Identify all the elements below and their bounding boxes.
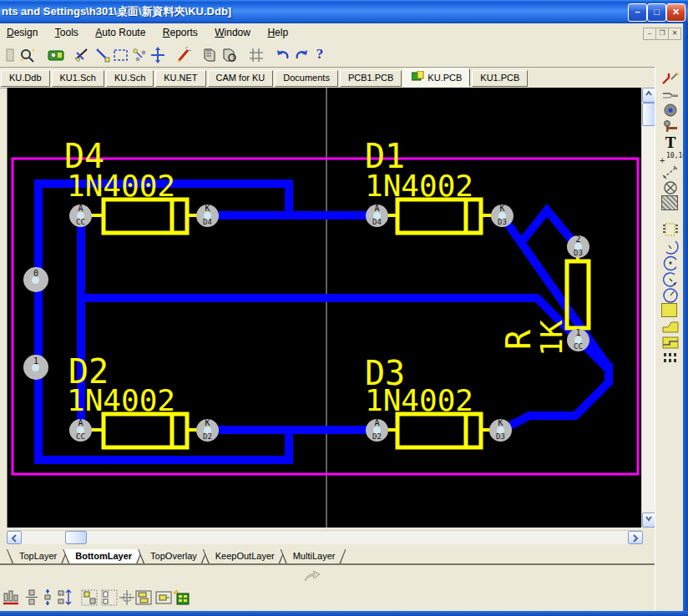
pad-d4-anode[interactable]: ACC: [69, 204, 92, 227]
diode-d4-body[interactable]: [80, 199, 207, 233]
align-bottom-icon[interactable]: [2, 588, 20, 607]
layer-tab-bottomlayer[interactable]: BottomLayerBottomLayer: [63, 549, 143, 564]
via-icon[interactable]: [661, 103, 680, 118]
menu-help[interactable]: Help: [261, 23, 295, 41]
pad-d3-anode[interactable]: AD2: [366, 419, 388, 442]
doc-tab-ku-pcb[interactable]: KU.PCB: [403, 68, 470, 87]
doc-tab-ku1-pcb[interactable]: KU1.PCB: [472, 70, 528, 87]
select-inside-icon[interactable]: [112, 46, 130, 64]
scroll-right-button[interactable]: [628, 531, 643, 544]
comment-d4[interactable]: 1N4002: [67, 171, 175, 201]
browse-board-icon[interactable]: [47, 46, 65, 64]
move-icon[interactable]: [149, 46, 167, 64]
knife-icon[interactable]: [73, 46, 92, 64]
keepout-arc-icon[interactable]: [661, 180, 680, 195]
pad-icon[interactable]: [661, 119, 680, 134]
split-plane-icon[interactable]: [661, 335, 680, 350]
menu-auto-route[interactable]: Auto Route: [89, 23, 152, 41]
pad-d2-anode[interactable]: ACC: [69, 419, 92, 442]
polygon-plane-icon[interactable]: [661, 319, 680, 334]
dimension-icon[interactable]: [661, 165, 680, 180]
menu-window[interactable]: Window: [208, 23, 257, 41]
close-button[interactable]: ✕: [666, 3, 685, 22]
highlight-pen-icon[interactable]: [174, 46, 192, 64]
doc-tab-documents[interactable]: Documents: [275, 70, 338, 87]
pad-d1-anode[interactable]: AD4: [366, 204, 388, 227]
comment-d3[interactable]: 1N4002: [365, 386, 473, 416]
designator-r[interactable]: R: [502, 330, 535, 350]
align-components-right-icon[interactable]: [100, 588, 119, 607]
doc-tab-ku1-sch[interactable]: KU1.Sch: [52, 70, 104, 87]
new-array-icon[interactable]: [172, 588, 190, 607]
scroll-up-button[interactable]: [642, 88, 655, 103]
menu-reports[interactable]: Reports: [156, 23, 205, 41]
trace-group[interactable]: [38, 184, 609, 460]
fill-rect-icon[interactable]: [661, 303, 680, 318]
arc-center-icon[interactable]: [661, 255, 680, 270]
pad-connector-1[interactable]: 1: [23, 355, 48, 380]
pad-r-1[interactable]: 1CC: [567, 329, 589, 351]
place-component-icon[interactable]: [661, 222, 680, 237]
vertical-scroll-thumb[interactable]: [642, 103, 655, 126]
doc-tab-ku-ddb[interactable]: KU.Ddb: [1, 70, 50, 87]
diode-d1-body[interactable]: [377, 199, 502, 233]
comment-d2[interactable]: 1N4002: [67, 386, 175, 416]
doc-tab-pcb1[interactable]: PCB1.PCB: [340, 70, 402, 87]
designator-d1[interactable]: D1: [365, 139, 405, 173]
mdi-minimize-button[interactable]: –: [643, 28, 656, 40]
full-circle-icon[interactable]: [661, 287, 680, 302]
designator-d4[interactable]: D4: [64, 139, 104, 173]
library-icon[interactable]: [200, 46, 219, 64]
comment-r[interactable]: 1K: [537, 320, 567, 356]
scroll-left-button[interactable]: [7, 531, 22, 544]
undo-icon[interactable]: [274, 46, 292, 64]
vertical-scrollbar[interactable]: [641, 88, 655, 528]
menu-tools[interactable]: Tools: [48, 23, 85, 41]
browse-library-icon[interactable]: [220, 46, 239, 64]
layer-tab-multilayer[interactable]: MultiLayerMultiLayer: [281, 549, 347, 564]
arrange-components-icon[interactable]: [134, 588, 153, 607]
doc-tab-ku-net[interactable]: KU.NET: [155, 70, 205, 87]
pad-r-2[interactable]: 2D3: [567, 235, 589, 258]
zoom-board-icon[interactable]: [18, 46, 37, 64]
diode-d2-body[interactable]: [80, 414, 207, 447]
mdi-restore-button[interactable]: ❐: [655, 28, 669, 40]
layer-tab-toplayer[interactable]: TopLayerTopLayer: [7, 549, 68, 564]
trace[interactable]: [502, 363, 609, 430]
doc-tab-cam[interactable]: CAM for KU: [208, 70, 274, 87]
pad-d2-cathode[interactable]: KD2: [196, 419, 219, 442]
space-vertical-icon[interactable]: [55, 588, 73, 607]
pad-connector-0[interactable]: 0: [23, 267, 48, 292]
horizontal-scrollbar[interactable]: [7, 530, 641, 544]
align-components-left-icon[interactable]: [80, 588, 99, 607]
pad-array-icon[interactable]: [661, 351, 680, 366]
horizontal-scroll-thumb[interactable]: [65, 531, 87, 544]
comment-d1[interactable]: 1N4002: [365, 171, 473, 201]
maximize-button[interactable]: □: [647, 3, 666, 22]
snap-grid-icon[interactable]: [118, 588, 136, 607]
pcb-canvas[interactable]: ACC KD4 AD4 KD3 ACC KD2 AD2 KD3 2D3 1CC …: [7, 88, 642, 528]
toggle-grid-icon[interactable]: [247, 46, 266, 64]
help-icon[interactable]: ?: [311, 46, 329, 64]
menu-design[interactable]: Design: [0, 23, 44, 41]
clear-selection-icon[interactable]: [130, 46, 149, 64]
polygon-slice-icon[interactable]: [94, 46, 112, 64]
interactive-routing-icon[interactable]: [661, 71, 680, 86]
layer-tab-topoverlay[interactable]: TopOverlayTopOverlay: [138, 549, 208, 564]
diode-d3-body[interactable]: [377, 414, 502, 447]
doc-tab-ku-sch[interactable]: KU.Sch: [106, 70, 154, 87]
text-tool-icon[interactable]: T: [661, 134, 680, 149]
center-vertical-icon[interactable]: [23, 588, 41, 607]
arc-edge-icon[interactable]: [661, 238, 680, 253]
arrange-room-icon[interactable]: [154, 588, 173, 607]
redo-icon[interactable]: [292, 46, 311, 64]
arc-angle-icon[interactable]: [661, 271, 680, 286]
pad-d4-cathode[interactable]: KD4: [196, 204, 219, 227]
minimize-button[interactable]: –: [628, 3, 647, 22]
fill-hatched-icon[interactable]: [661, 195, 680, 210]
scroll-down-button[interactable]: [642, 512, 655, 528]
pad-d1-cathode[interactable]: KD3: [491, 204, 513, 227]
pad-d3-cathode[interactable]: KD3: [489, 419, 512, 442]
layer-tab-keepoutlayer[interactable]: KeepOutLayerKeepOutLayer: [203, 549, 286, 564]
mdi-close-button[interactable]: ✕: [668, 28, 681, 40]
